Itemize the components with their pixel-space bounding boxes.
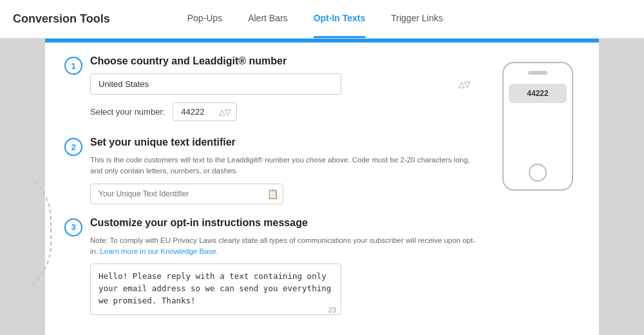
char-count: 23 xyxy=(328,306,336,314)
right-side-panel xyxy=(599,39,644,335)
form-section: 1 Choose country and Leaddigit® number U… xyxy=(64,55,477,322)
left-side-panel xyxy=(0,39,45,335)
country-select[interactable]: United States xyxy=(90,73,341,95)
step1-content: Choose country and Leaddigit® number Uni… xyxy=(90,55,477,124)
nav-tabs: Pop-Ups Alert Bars Opt-In Texts Trigger … xyxy=(187,0,443,38)
country-select-arrow-icon: △▽ xyxy=(459,80,470,89)
number-select[interactable]: 44222 xyxy=(173,102,237,121)
step3-title: Customize your opt-in instructions messa… xyxy=(90,217,477,229)
step1-circle: 1 xyxy=(64,57,82,75)
step3-row: 3 Customize your opt-in instructions mes… xyxy=(64,217,477,318)
tab-optintexts[interactable]: Opt-In Texts xyxy=(314,0,366,38)
country-select-wrapper: United States △▽ xyxy=(90,73,477,95)
tab-triggerlinks[interactable]: Trigger Links xyxy=(391,0,442,38)
top-nav: Conversion Tools Pop-Ups Alert Bars Opt-… xyxy=(0,0,644,39)
phone-home-button-icon xyxy=(529,164,547,182)
opt-in-textarea-wrapper: 23 xyxy=(90,263,341,318)
step3-circle: 3 xyxy=(64,218,82,236)
step1-row: 1 Choose country and Leaddigit® number U… xyxy=(64,55,477,124)
tab-popups[interactable]: Pop-Ups xyxy=(187,0,222,38)
phone-mockup: 44222 xyxy=(496,55,580,322)
main-area: 1 Choose country and Leaddigit® number U… xyxy=(0,39,644,335)
content-inner: 1 Choose country and Leaddigit® number U… xyxy=(45,43,599,335)
number-select-label: Select your number: xyxy=(90,107,165,117)
step2-description: This is the code customers will text to … xyxy=(90,155,477,177)
step3-note: Note: To comply with EU Privacy Laws cle… xyxy=(90,235,477,258)
tab-alertbars[interactable]: Alert Bars xyxy=(248,0,287,38)
step1-title: Choose country and Leaddigit® number xyxy=(90,55,477,67)
opt-in-textarea[interactable] xyxy=(90,263,341,315)
number-select-wrapper: 44222 △▽ xyxy=(173,102,237,121)
copy-icon: 📋 xyxy=(267,189,278,199)
step2-title: Set your unique text identifier xyxy=(90,137,477,148)
brand-title: Conversion Tools xyxy=(13,12,110,26)
phone-speaker-icon xyxy=(528,71,547,75)
knowledge-base-link[interactable]: Learn more in our Knowledge Base. xyxy=(100,247,218,255)
phone-number-display: 44222 xyxy=(509,84,567,103)
content-wrapper: 1 Choose country and Leaddigit® number U… xyxy=(45,39,599,335)
step2-row: 2 Set your unique text identifier This i… xyxy=(64,137,477,204)
step2-content: Set your unique text identifier This is … xyxy=(90,137,477,204)
number-row: Select your number: 44222 △▽ xyxy=(90,102,477,121)
text-identifier-input[interactable] xyxy=(90,184,283,204)
text-identifier-wrapper: 📋 xyxy=(90,184,283,204)
phone-frame: 44222 xyxy=(502,62,573,191)
step3-content: Customize your opt-in instructions messa… xyxy=(90,217,477,318)
step2-circle: 2 xyxy=(64,138,82,156)
